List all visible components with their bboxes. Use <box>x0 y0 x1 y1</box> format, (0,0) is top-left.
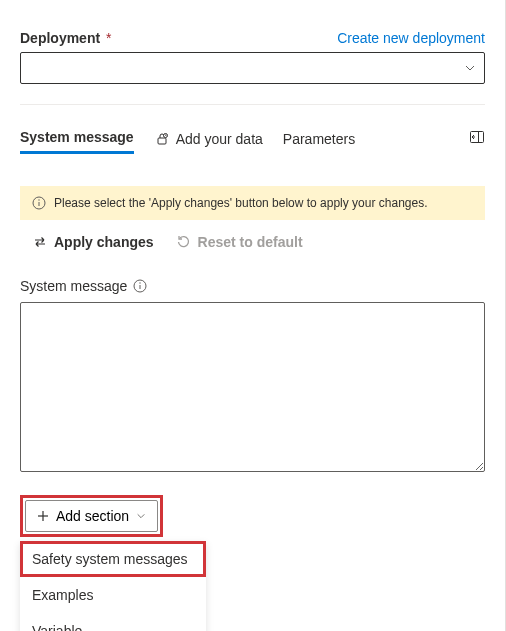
create-deployment-link[interactable]: Create new deployment <box>337 30 485 46</box>
plus-icon <box>36 509 50 523</box>
chevron-down-icon <box>464 62 476 74</box>
tab-parameters[interactable]: Parameters <box>283 125 355 153</box>
info-icon <box>32 196 46 210</box>
tab-label: Add your data <box>176 131 263 147</box>
reset-icon <box>176 234 192 250</box>
apply-changes-label: Apply changes <box>54 234 154 250</box>
panel-collapse-icon[interactable] <box>469 129 485 145</box>
reset-button: Reset to default <box>176 234 303 250</box>
system-message-textarea[interactable] <box>20 302 485 472</box>
apply-changes-button[interactable]: Apply changes <box>32 234 154 250</box>
banner-text: Please select the 'Apply changes' button… <box>54 196 428 210</box>
deployment-header: Deployment * Create new deployment <box>20 30 485 46</box>
info-icon[interactable] <box>133 279 147 293</box>
system-message-label: System message <box>20 278 127 294</box>
deployment-select[interactable] <box>20 52 485 84</box>
add-section-wrapper: Add section Safety system messages Examp… <box>20 495 165 631</box>
required-marker: * <box>106 30 111 46</box>
dropdown-item-label: Safety system messages <box>32 551 188 567</box>
dropdown-item-label: Examples <box>32 587 93 603</box>
reset-label: Reset to default <box>198 234 303 250</box>
deployment-label: Deployment <box>20 30 100 46</box>
svg-point-6 <box>38 199 39 200</box>
apply-changes-banner: Please select the 'Apply changes' button… <box>20 186 485 220</box>
tabs: System message Add your data Parameters <box>20 123 485 158</box>
setup-panel: Deployment * Create new deployment Syste… <box>0 0 506 631</box>
dropdown-item-variable[interactable]: Variable <box>20 613 206 631</box>
tab-label: Parameters <box>283 131 355 147</box>
add-section-dropdown: Safety system messages Examples Variable <box>20 541 206 631</box>
add-section-label: Add section <box>56 508 129 524</box>
svg-point-9 <box>140 282 141 283</box>
tab-label: System message <box>20 129 134 145</box>
dropdown-item-examples[interactable]: Examples <box>20 577 206 613</box>
svg-rect-0 <box>158 138 166 144</box>
swap-icon <box>32 234 48 250</box>
add-section-button[interactable]: Add section <box>25 500 158 532</box>
divider <box>20 104 485 105</box>
deployment-label-group: Deployment * <box>20 30 111 46</box>
system-message-label-row: System message <box>20 278 485 294</box>
actions-row: Apply changes Reset to default <box>20 234 485 250</box>
highlight-marker: Add section <box>20 495 163 537</box>
tab-system-message[interactable]: System message <box>20 123 134 154</box>
dropdown-item-safety[interactable]: Safety system messages <box>20 541 206 577</box>
tab-add-your-data[interactable]: Add your data <box>154 125 263 153</box>
lock-icon <box>154 131 170 147</box>
chevron-down-icon <box>135 510 147 522</box>
dropdown-item-label: Variable <box>32 623 82 631</box>
